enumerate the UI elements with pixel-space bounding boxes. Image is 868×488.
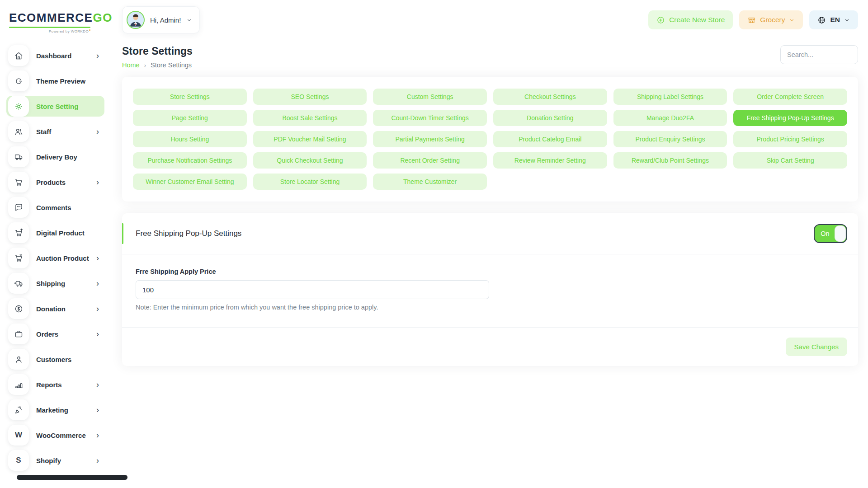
toggle-knob (835, 225, 846, 242)
brand-underline (9, 27, 90, 28)
sidebar-item-donation[interactable]: Donation› (6, 298, 104, 319)
price-field-label: Frre Shipping Apply Price (136, 268, 844, 275)
settings-tab-product-enquiry-settings[interactable]: Product Enquiry Settings (613, 131, 727, 147)
settings-tab-donation-setting[interactable]: Donation Setting (493, 110, 607, 126)
breadcrumb-separator-icon: › (144, 62, 146, 69)
gear-icon (8, 96, 29, 117)
settings-tab-product-catelog-email[interactable]: Product Catelog Email (493, 131, 607, 147)
user-menu[interactable]: Hi, Admin! (122, 6, 200, 33)
create-new-store-button[interactable]: Create New Store (648, 10, 733, 29)
settings-tab-reward-club-point-settings[interactable]: Reward/Club Point Settings (613, 152, 727, 169)
settings-tab-shipping-label-settings[interactable]: Shipping Label Settings (613, 89, 727, 105)
free-shipping-price-input[interactable] (136, 280, 489, 299)
settings-tab-store-locator-setting[interactable]: Store Locator Setting (253, 174, 367, 190)
settings-tab-skip-cart-setting[interactable]: Skip Cart Setting (733, 152, 847, 169)
breadcrumb-current: Store Settings (151, 61, 192, 69)
chevron-down-icon (844, 17, 850, 23)
settings-tab-recent-order-setting[interactable]: Recent Order Setting (373, 152, 487, 169)
sidebar-item-delivery-boy[interactable]: Delivery Boy (6, 146, 104, 167)
sidebar-item-label: Products (36, 178, 66, 186)
brand-logo[interactable]: ECOMMERCEGO Powered by WORKDO (0, 11, 111, 33)
settings-tab-page-setting[interactable]: Page Setting (133, 110, 247, 126)
settings-tab-partial-payments-setting[interactable]: Partial Payments Setting (373, 131, 487, 147)
sidebar-nav: Dashboard›Theme PreviewStore SettingStaf… (0, 45, 111, 471)
sidebar-item-label: Delivery Boy (36, 153, 77, 161)
settings-tab-winner-customer-email-setting[interactable]: Winner Customer Email Setting (133, 174, 247, 190)
globe-icon (817, 16, 826, 24)
user-greeting: Hi, Admin! (150, 16, 181, 24)
sidebar-item-dashboard[interactable]: Dashboard› (6, 45, 104, 66)
sidebar-item-marketing[interactable]: Marketing› (6, 399, 104, 420)
sidebar-item-shipping[interactable]: Shipping› (6, 273, 104, 294)
chevron-down-icon (186, 17, 192, 23)
sidebar-item-customers[interactable]: Customers (6, 349, 104, 370)
settings-tab-free-shipping-pop-up-settings[interactable]: Free Shipping Pop-Up Settings (733, 110, 847, 126)
storefront-icon (747, 16, 756, 24)
sidebar-item-shopify[interactable]: SShopify› (6, 450, 104, 471)
settings-tab-seo-settings[interactable]: SEO Settings (253, 89, 367, 105)
sidebar-item-woocommerce[interactable]: WWooCommerce› (6, 425, 104, 446)
search-input[interactable] (780, 45, 858, 64)
settings-tab-theme-customizer[interactable]: Theme Customizer (373, 174, 487, 190)
panel-title: Free Shipping Pop-Up Settings (136, 229, 241, 238)
chevron-right-icon: › (96, 380, 99, 389)
sidebar-item-orders[interactable]: Orders› (6, 324, 104, 344)
sidebar-item-theme-preview[interactable]: Theme Preview (6, 70, 104, 91)
page-title: Store Settings (122, 45, 193, 57)
sidebar-item-label: Shipping (36, 280, 65, 287)
main-area: Hi, Admin! Create New Store Grocery (111, 0, 868, 488)
home-icon (8, 45, 29, 66)
sidebar-scrollbar[interactable] (17, 475, 127, 480)
settings-tab-review-reminder-setting[interactable]: Review Reminder Setting (493, 152, 607, 169)
sidebar-item-label: Theme Preview (36, 77, 85, 85)
settings-tab-count-down-timer-settings[interactable]: Count-Down Timer Settings (373, 110, 487, 126)
sidebar-item-products[interactable]: Products› (6, 172, 104, 192)
delivery-truck-icon (8, 146, 29, 167)
staff-icon (8, 121, 29, 142)
dollar-circle-icon (8, 298, 29, 319)
sidebar-item-store-setting[interactable]: Store Setting (6, 96, 104, 117)
settings-tab-checkout-settings[interactable]: Checkout Settings (493, 89, 607, 105)
sidebar-item-comments[interactable]: Comments (6, 197, 104, 218)
settings-tab-store-settings[interactable]: Store Settings (133, 89, 247, 105)
comment-icon (8, 197, 29, 218)
settings-nav: Store SettingsSEO SettingsCustom Setting… (133, 89, 847, 190)
app-root: ECOMMERCEGO Powered by WORKDO Dashboard›… (0, 0, 868, 488)
store-selector-button[interactable]: Grocery (739, 10, 803, 29)
plus-circle-icon (656, 16, 665, 24)
breadcrumb-home-link[interactable]: Home (122, 61, 140, 69)
save-changes-button[interactable]: Save Changes (786, 338, 847, 356)
brand-name: ECOMMERCEGO (9, 11, 111, 25)
settings-tab-order-complete-screen[interactable]: Order Complete Screen (733, 89, 847, 105)
chevron-right-icon: › (96, 254, 99, 262)
sidebar-item-label: WooCommerce (36, 432, 86, 439)
sidebar-item-auction-product[interactable]: Auction Product› (6, 248, 104, 268)
sidebar-item-label: Staff (36, 128, 51, 136)
digital-cart-icon (8, 222, 29, 243)
chevron-right-icon: › (96, 127, 99, 136)
chevron-right-icon: › (96, 279, 99, 287)
sidebar: ECOMMERCEGO Powered by WORKDO Dashboard›… (0, 0, 111, 488)
settings-tab-quick-checkout-setting[interactable]: Quick Checkout Setting (253, 152, 367, 169)
sidebar-item-digital-product[interactable]: Digital Product (6, 222, 104, 243)
sidebar-item-label: Dashboard (36, 52, 71, 60)
free-shipping-toggle[interactable]: On (814, 224, 847, 243)
settings-tab-custom-settings[interactable]: Custom Settings (373, 89, 487, 105)
settings-tab-purchase-notification-settings[interactable]: Purchase Notification Settings (133, 152, 247, 169)
sidebar-item-reports[interactable]: Reports› (6, 374, 104, 395)
panel-header: Free Shipping Pop-Up Settings On (122, 213, 858, 254)
toggle-on-label: On (815, 225, 835, 242)
shipping-truck-icon (8, 273, 29, 294)
sidebar-item-staff[interactable]: Staff› (6, 121, 104, 142)
marketing-icon (8, 399, 29, 420)
language-selector-button[interactable]: EN (809, 10, 858, 29)
settings-tab-pdf-voucher-mail-setting[interactable]: PDF Voucher Mail Setting (253, 131, 367, 147)
settings-tab-product-pricing-settings[interactable]: Product Pricing Settings (733, 131, 847, 147)
auction-cart-icon (8, 248, 29, 268)
settings-tab-manage-duo2fa[interactable]: Manage Duo2FA (613, 110, 727, 126)
settings-tab-boost-sale-settings[interactable]: Boost Sale Settings (253, 110, 367, 126)
cart-icon (8, 172, 29, 192)
user-avatar (127, 11, 145, 29)
settings-tab-hours-setting[interactable]: Hours Setting (133, 131, 247, 147)
panel-footer: Save Changes (122, 327, 858, 366)
